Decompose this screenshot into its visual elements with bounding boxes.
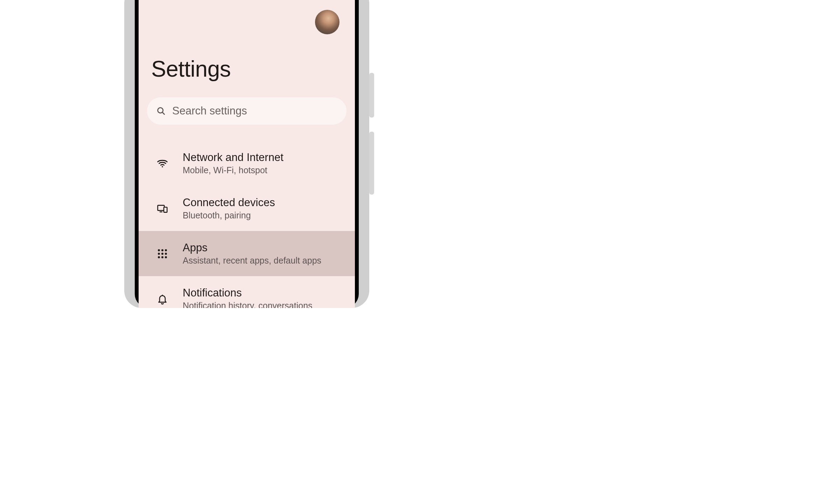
bell-icon <box>156 293 169 305</box>
settings-item-title: Apps <box>183 241 321 254</box>
settings-header: Settings <box>139 0 355 82</box>
settings-item-title: Connected devices <box>183 196 275 209</box>
wifi-icon <box>156 157 169 170</box>
page-title: Settings <box>151 34 342 82</box>
settings-item-notifications[interactable]: Notifications Notification history, conv… <box>139 276 355 308</box>
settings-item-texts: Connected devices Bluetooth, pairing <box>183 196 275 220</box>
settings-item-title: Notifications <box>183 287 313 299</box>
settings-item-network[interactable]: Network and Internet Mobile, Wi-Fi, hots… <box>139 141 355 186</box>
settings-list: Network and Internet Mobile, Wi-Fi, hots… <box>139 141 355 308</box>
settings-item-subtitle: Mobile, Wi-Fi, hotspot <box>183 165 284 175</box>
devices-icon <box>156 202 169 215</box>
search-icon <box>156 106 166 116</box>
settings-item-subtitle: Assistant, recent apps, default apps <box>183 255 321 266</box>
profile-avatar[interactable] <box>315 10 340 34</box>
search-placeholder: Search settings <box>172 105 247 117</box>
search-bar[interactable]: Search settings <box>147 97 346 125</box>
phone-side-button-top <box>369 73 374 118</box>
svg-line-1 <box>162 112 164 114</box>
svg-point-2 <box>162 166 163 167</box>
svg-point-0 <box>158 108 163 113</box>
settings-item-connected-devices[interactable]: Connected devices Bluetooth, pairing <box>139 186 355 231</box>
settings-item-title: Network and Internet <box>183 151 284 164</box>
settings-item-apps[interactable]: Apps Assistant, recent apps, default app… <box>139 231 355 276</box>
svg-rect-5 <box>164 207 167 212</box>
settings-item-texts: Notifications Notification history, conv… <box>183 287 313 308</box>
settings-item-texts: Apps Assistant, recent apps, default app… <box>183 241 321 266</box>
phone-side-button-bottom <box>369 132 374 195</box>
settings-item-subtitle: Notification history, conversations <box>183 301 313 308</box>
settings-item-subtitle: Bluetooth, pairing <box>183 210 275 220</box>
settings-item-texts: Network and Internet Mobile, Wi-Fi, hots… <box>183 151 284 175</box>
svg-rect-3 <box>158 205 164 210</box>
apps-icon <box>156 247 169 260</box>
phone-screen: Settings Search settings Network and Int… <box>139 0 355 308</box>
